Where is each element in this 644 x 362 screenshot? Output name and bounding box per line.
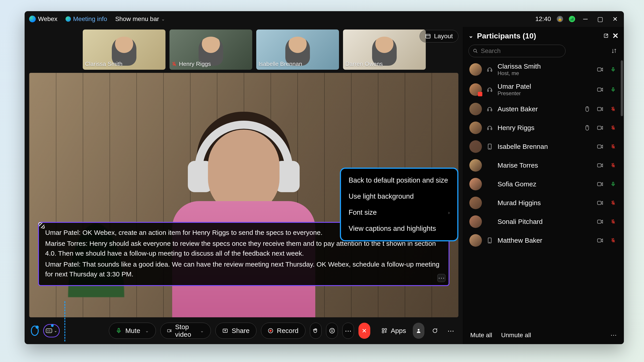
avatar xyxy=(469,197,482,209)
menu-font-size[interactable]: Font size› xyxy=(341,204,457,221)
camera-icon[interactable] xyxy=(596,67,605,72)
network-icon[interactable] xyxy=(569,16,575,22)
mic-status-icon[interactable] xyxy=(609,87,618,92)
app-logo: Webex xyxy=(29,15,58,22)
participant-row[interactable]: Clarissa SmithHost, me xyxy=(463,59,624,79)
thumbnail[interactable]: Henry Riggs xyxy=(170,29,252,70)
search-input[interactable] xyxy=(468,45,566,57)
popout-icon[interactable] xyxy=(603,33,609,38)
maximize-button[interactable]: ▢ xyxy=(596,14,605,23)
participant-row[interactable]: Murad Higgins xyxy=(463,194,624,212)
participant-name: Murad Higgins xyxy=(498,199,592,207)
stop-video-button[interactable]: Stop video ⌄ xyxy=(160,323,211,339)
participants-title: Participants (10) xyxy=(477,31,536,40)
mute-label: Mute xyxy=(125,327,140,335)
chat-icon xyxy=(432,328,438,334)
scrollbar[interactable] xyxy=(621,60,623,116)
participants-list[interactable]: Clarissa SmithHost, meUmar PatelPresente… xyxy=(463,59,624,326)
mic-status-icon[interactable] xyxy=(609,181,618,187)
participant-row[interactable]: Marise Torres xyxy=(463,156,624,175)
participant-row[interactable]: Umar PatelPresenter xyxy=(463,79,624,100)
thumbnail[interactable]: Clarissa Smith xyxy=(83,29,166,70)
device-icon xyxy=(486,125,494,131)
svg-rect-20 xyxy=(385,329,386,330)
show-menubar-button[interactable]: Show menu bar ⌄ xyxy=(115,15,165,22)
menu-view-captions[interactable]: View captions and highlights xyxy=(341,221,457,237)
participant-row[interactable]: Henry Riggs xyxy=(463,118,624,137)
apps-button[interactable]: Apps xyxy=(379,323,408,339)
lock-icon[interactable]: 🔒 xyxy=(557,16,563,22)
chevron-down-icon: ⌄ xyxy=(54,328,57,333)
svg-rect-44 xyxy=(488,128,488,130)
svg-text:CC: CC xyxy=(47,329,51,332)
end-call-button[interactable] xyxy=(358,323,370,339)
minimize-button[interactable]: ─ xyxy=(581,14,590,23)
svg-rect-31 xyxy=(488,90,488,92)
participant-row[interactable]: Sonali Pitchard xyxy=(463,212,624,231)
camera-icon[interactable] xyxy=(596,107,605,111)
avatar xyxy=(469,215,482,228)
mic-status-icon[interactable] xyxy=(609,144,618,149)
menu-back-default[interactable]: Back to default position and size xyxy=(341,172,457,188)
captions-more-button[interactable]: ⋯ xyxy=(438,274,446,282)
camera-icon[interactable] xyxy=(596,125,605,130)
device-icon xyxy=(486,67,494,72)
thumb-name: Isabelle Brennan xyxy=(258,60,302,67)
participant-name: Matthew Baker xyxy=(498,237,592,244)
layout-button[interactable]: Layout xyxy=(420,30,458,42)
closed-captions-button[interactable]: CC ⌄ xyxy=(43,324,60,338)
camera-icon[interactable] xyxy=(596,87,605,92)
svg-rect-19 xyxy=(382,329,384,330)
mic-status-icon[interactable] xyxy=(609,162,618,168)
mic-status-icon[interactable] xyxy=(609,238,618,243)
reactions-button[interactable] xyxy=(326,323,338,339)
thumbnail[interactable]: Darren Owens xyxy=(343,29,426,70)
avatar xyxy=(469,83,482,96)
chat-button[interactable] xyxy=(429,323,440,339)
chevron-down-icon: ⌄ xyxy=(200,328,204,334)
participant-row[interactable]: Sofia Gomez xyxy=(463,175,624,194)
more-options-button[interactable]: ⋯ xyxy=(342,323,354,339)
svg-rect-63 xyxy=(612,182,614,185)
menubar-label: Show menu bar xyxy=(115,15,159,22)
panel-more-button[interactable]: ⋯ xyxy=(445,323,456,339)
participant-row[interactable]: Isabelle Brennan xyxy=(463,137,624,156)
mute-all-button[interactable]: Mute all xyxy=(470,332,492,339)
camera-icon[interactable] xyxy=(596,200,605,205)
mute-button[interactable]: Mute ⌄ xyxy=(109,323,156,339)
svg-point-22 xyxy=(418,329,420,331)
camera-icon[interactable] xyxy=(596,182,605,187)
mic-status-icon[interactable] xyxy=(609,219,618,225)
menu-light-background[interactable]: Use light background xyxy=(341,188,457,204)
assistant-button[interactable] xyxy=(31,326,39,336)
camera-icon[interactable] xyxy=(596,238,605,243)
camera-icon[interactable] xyxy=(596,163,605,168)
raise-hand-button[interactable] xyxy=(310,323,322,339)
participants-toggle-button[interactable] xyxy=(413,323,424,339)
camera-icon[interactable] xyxy=(596,219,605,224)
svg-rect-26 xyxy=(488,70,488,71)
collapse-icon[interactable]: ⌄ xyxy=(468,32,474,39)
unmute-all-button[interactable]: Unmute all xyxy=(501,332,531,339)
mic-status-icon[interactable] xyxy=(609,67,618,72)
record-button[interactable]: Record xyxy=(261,323,306,339)
svg-rect-10 xyxy=(168,329,170,332)
close-button[interactable]: ✕ xyxy=(610,14,620,23)
mic-status-icon[interactable] xyxy=(609,106,618,112)
avatar xyxy=(469,103,482,115)
resize-handle-icon[interactable] xyxy=(38,221,46,230)
participant-row[interactable]: Austen Baker xyxy=(463,100,624,118)
participant-name: Isabelle Brennan xyxy=(498,143,592,150)
share-button[interactable]: Share xyxy=(215,323,256,339)
svg-rect-28 xyxy=(598,68,601,71)
sort-button[interactable] xyxy=(610,46,618,55)
participants-more-button[interactable]: ⋯ xyxy=(610,331,617,339)
mic-status-icon[interactable] xyxy=(609,125,618,131)
meeting-info-button[interactable]: Meeting info xyxy=(66,15,107,22)
participant-row[interactable]: Matthew Baker xyxy=(463,231,624,250)
thumbnail[interactable]: Isabelle Brennan xyxy=(256,29,339,70)
mic-status-icon[interactable] xyxy=(609,200,618,206)
camera-icon[interactable] xyxy=(596,144,605,149)
svg-rect-4 xyxy=(426,34,430,38)
close-panel-icon[interactable]: ✕ xyxy=(612,31,618,40)
